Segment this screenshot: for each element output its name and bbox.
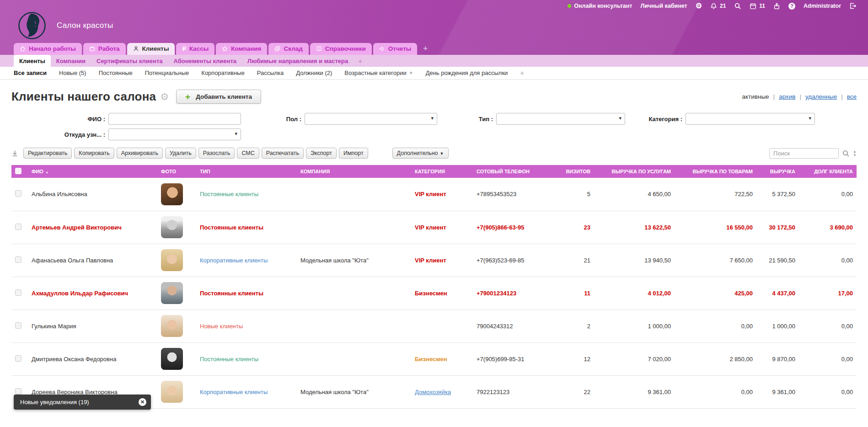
tab-briefcase[interactable]: Работа xyxy=(83,43,126,55)
search-button[interactable] xyxy=(734,2,741,10)
salon-logo[interactable] xyxy=(17,11,47,40)
quick-filter-4[interactable]: Корпоративные xyxy=(201,69,244,76)
table-row[interactable]: Афанасьева Ольга ПавловнаКорпоративные к… xyxy=(11,244,857,277)
view-link-2[interactable]: удаленные xyxy=(805,93,837,100)
subtab-4[interactable]: Любимые направления и мастера xyxy=(242,55,354,67)
calendar-button[interactable]: 11 xyxy=(750,3,765,10)
subtab-0[interactable]: Клиенты xyxy=(14,55,51,67)
tab-home[interactable]: Начало работы xyxy=(14,43,82,55)
page-settings-gear-icon[interactable]: ⚙ xyxy=(160,91,169,102)
toolbar-button-3[interactable]: Удалить xyxy=(165,148,196,159)
row-checkbox[interactable] xyxy=(15,355,21,362)
more-actions-button[interactable]: Дополнительно▼ xyxy=(392,148,449,159)
table-row[interactable]: Гулькина МарияНовые клиенты7900424331221… xyxy=(11,310,857,342)
column-header-5[interactable]: СОТОВЫЙ ТЕЛЕФОН xyxy=(473,165,553,178)
current-user[interactable]: Administrator xyxy=(804,3,841,9)
fio-input[interactable] xyxy=(108,113,241,125)
sort-toggle-icon[interactable]: ▲▼ xyxy=(853,150,857,157)
table-search-input[interactable] xyxy=(769,148,839,159)
source-select[interactable] xyxy=(108,128,241,140)
personal-cabinet-link[interactable]: Личный кабинет xyxy=(640,3,687,9)
client-category[interactable]: VIP клиент xyxy=(415,257,446,264)
column-header-9[interactable]: ВЫРУЧКА xyxy=(756,165,799,178)
quick-filter-2[interactable]: Постоянные xyxy=(99,69,133,76)
client-type-link[interactable]: Корпоративные клиенты xyxy=(200,257,268,264)
tab-megaphone[interactable]: Отчеты xyxy=(373,43,417,55)
client-type-link[interactable]: Постоянные клиенты xyxy=(200,356,258,363)
table-row[interactable]: Ахмадуллов Ильдар РафисовичПостоянные кл… xyxy=(11,277,857,310)
share-button[interactable] xyxy=(773,3,780,10)
toolbar-button-1[interactable]: Копировать xyxy=(74,148,114,159)
view-link-3[interactable]: все xyxy=(847,93,857,100)
client-category[interactable]: Бизнесмен xyxy=(415,290,447,297)
table-row[interactable]: Альбина ИльясовнаПостоянные клиентыVIP к… xyxy=(11,178,857,211)
quick-filter-0[interactable]: Все записи xyxy=(14,69,47,76)
category-select[interactable] xyxy=(686,113,815,125)
toolbar-button-0[interactable]: Редактировать xyxy=(23,148,72,159)
client-type-link[interactable]: Новые клиенты xyxy=(200,323,243,330)
toolbar-button-6[interactable]: Распечатать xyxy=(262,148,304,159)
add-subtab-button[interactable]: + xyxy=(354,55,367,67)
client-category[interactable]: VIP клиент xyxy=(415,191,446,197)
column-header-2[interactable]: ТИП xyxy=(196,165,297,178)
client-category[interactable]: Бизнесмен xyxy=(415,356,447,363)
toolbar-button-4[interactable]: Разослать xyxy=(198,148,235,159)
logout-button[interactable] xyxy=(849,2,857,10)
tab-ruble[interactable]: ₽Кассы xyxy=(176,43,214,55)
view-link-1[interactable]: архив xyxy=(779,93,795,100)
toolbar-button-7[interactable]: Экспорт xyxy=(306,148,337,159)
tab-person[interactable]: Клиенты xyxy=(127,43,175,55)
add-quick-filter-button[interactable]: + xyxy=(520,69,524,77)
row-checkbox[interactable] xyxy=(15,224,21,230)
gender-select[interactable] xyxy=(305,113,437,125)
subtab-1[interactable]: Компании xyxy=(51,55,91,67)
subtab-2[interactable]: Сертификаты клиента xyxy=(91,55,168,67)
tab-stack[interactable]: Склад xyxy=(268,43,308,55)
column-header-10[interactable]: ДОЛГ КЛИЕНТА xyxy=(799,165,857,178)
table-row[interactable]: Артемьев Андрей ВикторовичПостоянные кли… xyxy=(11,211,857,244)
row-checkbox[interactable] xyxy=(15,388,21,395)
quick-filter-3[interactable]: Потенциальные xyxy=(145,69,189,76)
quick-filter-6[interactable]: Должники (2) xyxy=(296,69,332,76)
column-header-7[interactable]: ВЫРУЧКА ПО УСЛУГАМ xyxy=(594,165,675,178)
client-category[interactable]: VIP клиент xyxy=(415,224,446,231)
toolbar-button-8[interactable]: Импорт xyxy=(339,148,368,159)
column-header-1[interactable]: ФОТО xyxy=(157,165,196,178)
client-type-link[interactable]: Корпоративные клиенты xyxy=(200,389,268,395)
tab-book[interactable]: Справочники xyxy=(310,43,372,55)
add-tab-button[interactable]: + xyxy=(418,44,432,55)
quick-filter-8[interactable]: День рождения для рассылки xyxy=(426,69,508,76)
column-header-6[interactable]: ВИЗИТОВ xyxy=(553,165,594,178)
collapse-panel-icon[interactable] xyxy=(11,150,18,157)
row-checkbox[interactable] xyxy=(15,256,21,263)
client-category[interactable]: Домохозяйка xyxy=(415,389,451,395)
tab-star[interactable]: Компания xyxy=(216,43,267,55)
type-select[interactable] xyxy=(496,113,625,125)
table-search-icon[interactable] xyxy=(842,149,850,157)
row-checkbox[interactable] xyxy=(15,190,21,197)
revenue-total: 9 361,00 xyxy=(756,375,799,408)
column-header-3[interactable]: КОМПАНИЯ xyxy=(297,165,411,178)
quick-filter-5[interactable]: Рассылка xyxy=(257,69,284,76)
column-header-0[interactable]: ФИО▲ xyxy=(28,165,157,178)
column-header-8[interactable]: ВЫРУЧКА ПО ТОВАРАМ xyxy=(675,165,756,178)
add-client-button[interactable]: + Добавить клиента xyxy=(176,90,261,104)
sub-tabs: КлиентыКомпанииСертификаты клиентаАбонем… xyxy=(0,55,868,67)
quick-filter-7[interactable]: Возрастные категории▼ xyxy=(344,69,413,76)
select-all-checkbox[interactable] xyxy=(15,168,21,174)
column-header-4[interactable]: КАТЕГОРИЯ xyxy=(411,165,473,178)
client-type-link[interactable]: Постоянные клиенты xyxy=(200,191,258,197)
quick-filter-1[interactable]: Новые (5) xyxy=(59,69,86,76)
row-checkbox[interactable] xyxy=(15,322,21,329)
toast-close-icon[interactable]: ✕ xyxy=(139,398,146,406)
toolbar-button-5[interactable]: СМС xyxy=(237,148,259,159)
subtab-3[interactable]: Абонементы клиента xyxy=(168,55,242,67)
table-row[interactable]: Дмитриева Оксана ФедоровнаПостоянные кли… xyxy=(11,342,857,375)
toolbar-button-2[interactable]: Архивировать xyxy=(117,148,163,159)
row-checkbox[interactable] xyxy=(15,289,21,296)
client-type-link[interactable]: Постоянные клиенты xyxy=(200,290,263,297)
notifications-button[interactable]: 21 xyxy=(710,3,726,10)
help-button[interactable]: ? xyxy=(788,3,795,10)
client-type-link[interactable]: Постоянные клиенты xyxy=(200,224,263,231)
online-consultant-status[interactable]: Онлайн консультант xyxy=(568,3,632,9)
